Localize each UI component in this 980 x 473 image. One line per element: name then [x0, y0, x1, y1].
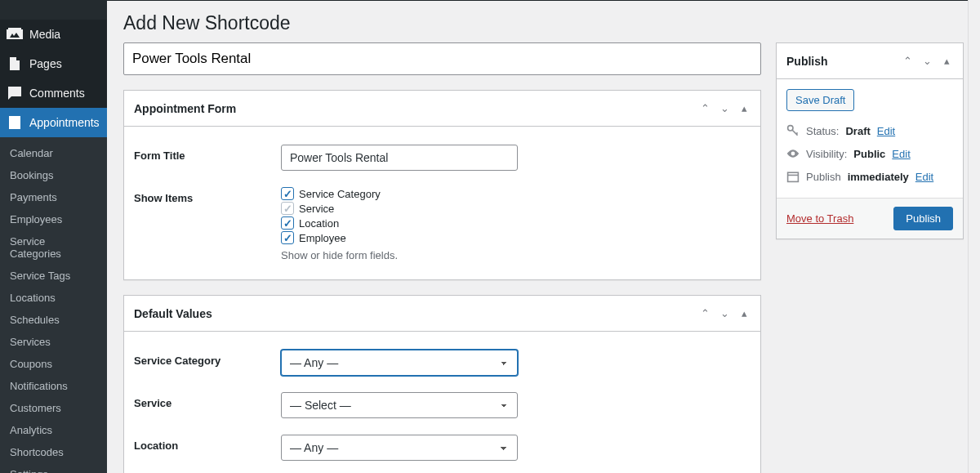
visibility-icon [786, 147, 800, 160]
checkbox-label: Location [299, 217, 339, 230]
sidebar-item-label: Media [29, 28, 60, 41]
page-title: Add New Shortcode [123, 12, 291, 34]
select-location[interactable]: — Any — [281, 435, 518, 461]
submenu-item-coupons[interactable]: Coupons [0, 353, 107, 375]
sidebar-item-label: Appointments [29, 116, 100, 129]
checkbox-label: Service Category [299, 188, 381, 200]
sidebar-submenu: Calendar Bookings Payments Employees Ser… [0, 137, 107, 473]
sidebar-item-truncated [0, 0, 107, 20]
checkbox-label: Service [299, 203, 334, 215]
edit-visibility-link[interactable]: Edit [892, 148, 910, 160]
sidebar-item-pages[interactable]: Pages [0, 49, 107, 78]
box-publish: Publish ⌃ ⌄ ▴ Save Draft Status: [776, 42, 964, 239]
hint-show-items: Show or hide form fields. [281, 249, 751, 261]
media-icon [7, 26, 23, 42]
edit-status-link[interactable]: Edit [877, 125, 895, 137]
box-move-up-icon[interactable]: ⌃ [698, 102, 711, 114]
label-form-title: Form Title [134, 145, 281, 171]
label-location: Location [134, 435, 281, 461]
box-appointment-form: Appointment Form ⌃ ⌄ ▴ Form Title [123, 90, 761, 280]
checkbox-label: Employee [299, 232, 346, 244]
key-icon [786, 124, 800, 137]
sidebar-item-label: Comments [29, 87, 85, 100]
select-service-category[interactable]: — Any — [281, 350, 518, 376]
box-move-down-icon[interactable]: ⌄ [920, 55, 933, 67]
submenu-item-bookings[interactable]: Bookings [0, 164, 107, 186]
submenu-item-settings[interactable]: Settings [0, 463, 107, 473]
svg-rect-1 [788, 172, 799, 181]
truncated-icon [7, 0, 23, 16]
box-title: Publish [786, 55, 828, 68]
submenu-item-notifications[interactable]: Notifications [0, 375, 107, 397]
submenu-item-payments[interactable]: Payments [0, 186, 107, 208]
sidebar-item-label: Pages [29, 57, 62, 70]
box-move-down-icon[interactable]: ⌄ [718, 307, 731, 319]
sidebar-item-media[interactable]: Media [0, 20, 107, 49]
select-service[interactable]: — Select — [281, 392, 518, 418]
submenu-item-service-categories[interactable]: Service Categories [0, 230, 107, 265]
checkbox-service [281, 202, 294, 215]
publish-value: immediately [848, 171, 909, 183]
box-toggle-icon[interactable]: ▴ [737, 307, 751, 319]
status-label: Status: [806, 125, 839, 137]
visibility-label: Visibility: [806, 148, 847, 160]
submenu-item-services[interactable]: Services [0, 331, 107, 353]
box-title: Appointment Form [134, 102, 236, 115]
move-to-trash-link[interactable]: Move to Trash [786, 212, 853, 225]
post-title-input[interactable] [123, 42, 761, 75]
box-title: Default Values [134, 307, 212, 320]
submenu-item-schedules[interactable]: Schedules [0, 309, 107, 331]
calendar-icon [786, 170, 800, 183]
box-toggle-icon[interactable]: ▴ [737, 102, 751, 114]
admin-sidebar: Media Pages Comments Appointments Calend… [0, 0, 107, 473]
sidebar-item-comments[interactable]: Comments [0, 78, 107, 108]
input-form-title[interactable] [281, 145, 518, 171]
sidebar-item-appointments[interactable]: Appointments [0, 108, 107, 137]
submenu-item-shortcodes[interactable]: Shortcodes [0, 441, 107, 463]
edit-publish-link[interactable]: Edit [915, 171, 933, 183]
submenu-item-employees[interactable]: Employees [0, 208, 107, 230]
pages-icon [7, 56, 23, 72]
checkbox-location[interactable] [281, 216, 294, 230]
visibility-value: Public [853, 148, 885, 160]
save-draft-button[interactable]: Save Draft [786, 89, 854, 111]
submenu-item-analytics[interactable]: Analytics [0, 419, 107, 441]
label-service-category: Service Category [134, 350, 281, 376]
box-default-values: Default Values ⌃ ⌄ ▴ Service Category — … [123, 295, 761, 473]
publish-label: Publish [806, 171, 841, 183]
label-service: Service [134, 392, 281, 418]
publish-button[interactable]: Publish [893, 207, 953, 230]
checkbox-service-category[interactable] [281, 187, 294, 200]
svg-point-0 [788, 126, 793, 131]
submenu-item-locations[interactable]: Locations [0, 287, 107, 309]
status-value: Draft [845, 125, 870, 137]
submenu-item-service-tags[interactable]: Service Tags [0, 265, 107, 287]
calendar-alt-icon [7, 114, 23, 131]
box-toggle-icon[interactable]: ▴ [940, 55, 953, 67]
box-move-up-icon[interactable]: ⌃ [698, 307, 711, 319]
checkbox-employee[interactable] [281, 231, 294, 244]
comments-icon [7, 85, 23, 101]
submenu-item-calendar[interactable]: Calendar [0, 142, 107, 164]
box-move-down-icon[interactable]: ⌄ [718, 102, 731, 114]
main-content: Add New Shortcode Appointment Form ⌃ ⌄ ▴ [107, 0, 980, 473]
box-move-up-icon[interactable]: ⌃ [901, 55, 914, 67]
label-show-items: Show Items [134, 187, 281, 261]
submenu-item-customers[interactable]: Customers [0, 397, 107, 419]
